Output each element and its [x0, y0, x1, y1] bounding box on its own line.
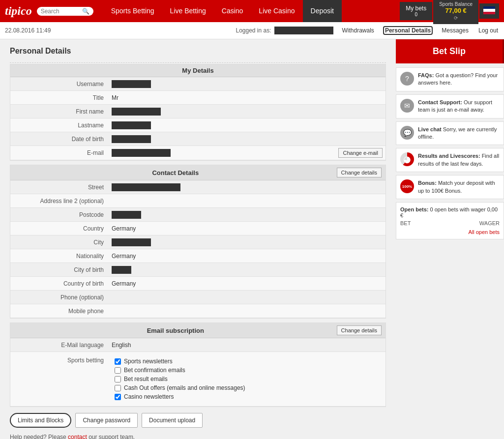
refresh-icon[interactable]: ⟳	[454, 15, 458, 21]
help-text: Help needed? Please contact our support …	[10, 434, 386, 439]
change-contact-details-button[interactable]: Change details	[337, 168, 382, 177]
search-box[interactable]: 🔍	[37, 7, 93, 16]
nationality-label: Nationality	[10, 251, 109, 262]
country-row: Country Germany	[10, 222, 385, 235]
phone-row: Phone (optional)	[10, 291, 385, 304]
address2-value	[109, 199, 385, 203]
lastname-label: Lastname	[10, 120, 109, 131]
phone-label: Phone (optional)	[10, 292, 109, 303]
email-language-label: E-Mail language	[10, 340, 109, 351]
email-language-row: E-Mail language English	[10, 338, 385, 352]
checkbox-cashout-offers-label: Cash Out offers (emails and online messa…	[124, 384, 245, 391]
faq-text: FAQs: Got a question? Find your answers …	[418, 72, 500, 87]
flag-button[interactable]	[479, 3, 499, 19]
results-text: Results and Livescores: Find all results…	[418, 152, 500, 168]
results-title: Results and Livescores:	[418, 153, 480, 159]
open-bets-columns: BET WAGER	[400, 220, 500, 226]
nav-withdrawals[interactable]: Withdrawals	[341, 27, 375, 34]
title-label: Title	[10, 92, 109, 103]
open-bets-text: Open bets: 0 open bets with wager 0,00 €	[400, 206, 500, 218]
sidebar: Bet Slip ? FAQs: Got a question? Find yo…	[396, 39, 504, 439]
city-bar	[112, 238, 151, 246]
nav-live-casino[interactable]: Live Casino	[251, 0, 302, 22]
faq-icon: ?	[400, 72, 414, 86]
nav-casino[interactable]: Casino	[214, 0, 251, 22]
sports-betting-label: Sports betting	[10, 355, 109, 366]
datetime: 22.08.2016 11:49	[5, 27, 236, 34]
my-bets-label: My bets	[406, 5, 426, 12]
dob-label: Date of birth	[10, 134, 109, 145]
city-of-birth-bar	[112, 266, 131, 274]
nationality-row: Nationality Germany	[10, 249, 385, 263]
sidebar-contact-support: ✉ Contact Support: Our support team is j…	[396, 94, 504, 118]
contact-support-icon: ✉	[400, 99, 414, 113]
lastname-value	[109, 119, 385, 131]
change-password-button[interactable]: Change password	[75, 413, 138, 428]
email-value: Change e-mail	[109, 146, 385, 160]
checkboxes-container: Sports newsletters Bet confirmation emai…	[109, 355, 385, 403]
bet-slip-button[interactable]: Bet Slip	[396, 39, 504, 63]
lastname-row: Lastname	[10, 118, 385, 132]
live-chat-icon: 💬	[400, 126, 414, 140]
my-bets-count: 0	[406, 12, 426, 17]
bonus-icon: 100%	[400, 179, 414, 193]
nav-personal-details[interactable]: Personal Details	[383, 26, 433, 35]
change-email-subscription-button[interactable]: Change details	[337, 325, 382, 335]
all-open-bets-link[interactable]: All open bets	[400, 229, 500, 235]
contact-details-header: Contact Details Change details	[10, 165, 385, 180]
email-bar	[112, 149, 171, 157]
change-email-button[interactable]: Change e-mail	[338, 148, 383, 158]
street-value	[109, 181, 385, 193]
contact-details-title: Contact Details	[14, 169, 337, 176]
nav-logout[interactable]: Log out	[477, 27, 499, 34]
email-label: E-mail	[10, 147, 109, 158]
document-upload-button[interactable]: Document upload	[142, 413, 203, 428]
nav-live-betting[interactable]: Live Betting	[162, 0, 214, 22]
logged-in-section: Logged in as:	[236, 27, 333, 34]
checkbox-cashout-offers-input[interactable]	[115, 385, 121, 391]
open-bets-section: Open bets: 0 open bets with wager 0,00 €…	[396, 202, 504, 239]
checkbox-sports-newsletters: Sports newsletters	[112, 357, 383, 366]
balance-amount: 77,00 €	[439, 7, 473, 14]
contact-link[interactable]: contact	[68, 434, 87, 439]
checkbox-bet-result-input[interactable]	[115, 376, 121, 382]
open-bets-title: Open bets:	[400, 206, 428, 212]
street-bar	[112, 183, 180, 191]
balance-button[interactable]: Sports Balance 77,00 € ⟳	[433, 0, 478, 24]
email-subscription-header: Email subscription Change details	[10, 323, 385, 338]
my-bets-button[interactable]: My bets 0	[400, 2, 432, 20]
sports-betting-row: Sports betting Sports newsletters Bet co…	[10, 352, 385, 407]
nav-deposit[interactable]: Deposit	[303, 0, 342, 22]
bet-col-label: BET	[400, 220, 411, 226]
nav-sports-betting[interactable]: Sports Betting	[103, 0, 162, 22]
country-label: Country	[10, 223, 109, 234]
checkbox-cashout-offers: Cash Out offers (emails and online messa…	[112, 383, 383, 392]
nav-messages[interactable]: Messages	[441, 27, 470, 34]
lastname-bar	[112, 121, 151, 129]
postcode-label: Postcode	[10, 209, 109, 220]
checkbox-bet-result-label: Bet result emails	[124, 376, 168, 382]
limits-and-blocks-button[interactable]: Limits and Blocks	[10, 413, 71, 428]
contact-support-title: Contact Support:	[418, 99, 462, 105]
search-input[interactable]	[41, 8, 80, 15]
bottom-buttons: Limits and Blocks Change password Docume…	[10, 413, 386, 428]
page-title: Personal Details	[10, 47, 386, 58]
country-of-birth-label: Country of birth	[10, 278, 109, 289]
address2-row: Address line 2 (optional)	[10, 194, 385, 208]
wager-col-label: WAGER	[479, 220, 500, 226]
balance-label: Sports Balance	[439, 1, 473, 7]
my-details-section: My Details Username Title Mr First name …	[10, 64, 386, 161]
checkbox-bet-confirmation-input[interactable]	[115, 367, 121, 374]
checkbox-casino-newsletters-input[interactable]	[115, 394, 121, 400]
logo: tipico	[5, 4, 32, 18]
sub-header: 22.08.2016 11:49 Logged in as: Withdrawa…	[0, 22, 504, 39]
street-label: Street	[10, 182, 109, 193]
search-icon: 🔍	[82, 8, 89, 15]
checkbox-sports-newsletters-input[interactable]	[115, 358, 121, 365]
checkbox-casino-newsletters-label: Casino newsletters	[124, 393, 174, 400]
live-chat-text: Live chat Sorry, we are currently offlin…	[418, 126, 500, 141]
faq-title: FAQs:	[418, 72, 434, 78]
main-content: Personal Details My Details Username Tit…	[0, 39, 396, 439]
country-of-birth-row: Country of birth Germany	[10, 277, 385, 291]
sub-header-right: Logged in as: Withdrawals Personal Detai…	[236, 26, 499, 35]
